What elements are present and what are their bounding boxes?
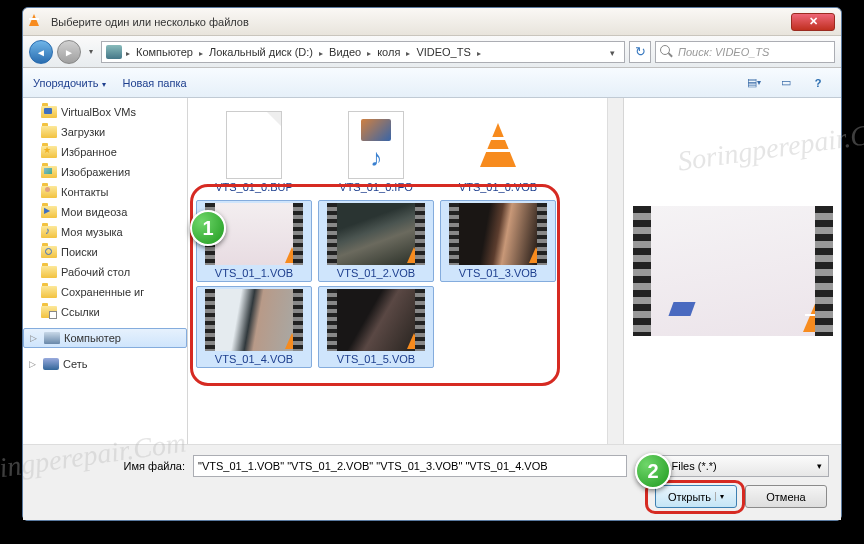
video-thumbnail bbox=[205, 289, 303, 351]
video-thumbnail bbox=[449, 203, 547, 265]
tree-item[interactable]: Контакты bbox=[23, 182, 187, 202]
video-thumbnail bbox=[327, 203, 425, 265]
view-options-button[interactable]: ▤▾ bbox=[741, 72, 767, 94]
preview-pane bbox=[623, 98, 841, 444]
breadcrumb[interactable]: коля bbox=[375, 46, 402, 58]
breadcrumb[interactable]: Видео bbox=[327, 46, 363, 58]
search-icon bbox=[660, 45, 674, 59]
folder-icon bbox=[41, 206, 57, 218]
tree-item[interactable]: Моя музыка bbox=[23, 222, 187, 242]
expand-icon[interactable]: ▷ bbox=[30, 333, 40, 343]
tree-item[interactable]: Избранное bbox=[23, 142, 187, 162]
chevron-icon bbox=[475, 46, 483, 58]
preview-thumbnail bbox=[633, 206, 833, 336]
file-item[interactable]: VTS_01_5.VOB bbox=[318, 286, 434, 368]
chevron-down-icon bbox=[715, 492, 724, 501]
organize-menu[interactable]: Упорядочить bbox=[33, 77, 106, 89]
new-folder-button[interactable]: Новая папка bbox=[122, 77, 186, 89]
tree-item[interactable]: Поиски bbox=[23, 242, 187, 262]
scrollbar[interactable] bbox=[607, 98, 623, 444]
refresh-button[interactable] bbox=[629, 41, 651, 63]
nav-tree[interactable]: VirtualBox VMs Загрузки Избранное Изобра… bbox=[23, 98, 188, 444]
file-label: VTS_01_2.VOB bbox=[321, 267, 431, 279]
file-item[interactable]: VTS_01_4.VOB bbox=[196, 286, 312, 368]
expand-icon[interactable]: ▷ bbox=[29, 359, 39, 369]
folder-icon bbox=[41, 266, 57, 278]
folder-icon bbox=[41, 226, 57, 238]
address-dropdown[interactable] bbox=[604, 46, 620, 58]
nav-bar: Компьютер Локальный диск (D:) Видео коля… bbox=[23, 36, 841, 68]
close-button[interactable]: ✕ bbox=[791, 13, 835, 31]
chevron-icon bbox=[124, 46, 132, 58]
arrow-left-icon bbox=[36, 46, 46, 58]
file-dialog-window: Выберите один или несколько файлов ✕ Ком… bbox=[22, 7, 842, 521]
filename-input[interactable]: "VTS_01_1.VOB" "VTS_01_2.VOB" "VTS_01_3.… bbox=[193, 455, 627, 477]
file-label: VTS_01_1.VOB bbox=[199, 267, 309, 279]
tree-item[interactable]: Рабочий стол bbox=[23, 262, 187, 282]
file-label: VTS_01_4.VOB bbox=[199, 353, 309, 365]
file-label: VTS_01_0.VOB bbox=[443, 181, 553, 193]
cancel-button[interactable]: Отмена bbox=[745, 485, 827, 508]
back-button[interactable] bbox=[29, 40, 53, 64]
window-title: Выберите один или несколько файлов bbox=[51, 16, 791, 28]
callout-badge-1: 1 bbox=[190, 210, 226, 246]
history-dropdown[interactable] bbox=[85, 43, 97, 61]
preview-toggle-button[interactable]: ▭ bbox=[773, 72, 799, 94]
breadcrumb[interactable]: Компьютер bbox=[134, 46, 195, 58]
content-area: VirtualBox VMs Загрузки Избранное Изобра… bbox=[23, 98, 841, 444]
dialog-footer: Имя файла: "VTS_01_1.VOB" "VTS_01_2.VOB"… bbox=[23, 444, 841, 520]
vlc-cone-icon bbox=[285, 247, 299, 263]
tree-item[interactable]: Изображения bbox=[23, 162, 187, 182]
tree-item-computer[interactable]: ▷Компьютер bbox=[23, 328, 187, 348]
vlc-cone-icon bbox=[407, 247, 421, 263]
file-item[interactable]: VTS_01_3.VOB bbox=[440, 200, 556, 282]
tree-item[interactable]: Загрузки bbox=[23, 122, 187, 142]
folder-icon bbox=[41, 166, 57, 178]
vlc-cone-icon bbox=[529, 247, 543, 263]
help-button[interactable]: ? bbox=[805, 72, 831, 94]
video-thumbnail bbox=[327, 289, 425, 351]
folder-icon bbox=[41, 106, 57, 118]
file-list[interactable]: VTS_01_0.BUP♪VTS_01_0.IFOVTS_01_0.VOBVTS… bbox=[188, 98, 623, 444]
address-bar[interactable]: Компьютер Локальный диск (D:) Видео коля… bbox=[101, 41, 625, 63]
file-label: VTS_01_5.VOB bbox=[321, 353, 431, 365]
callout-badge-2: 2 bbox=[635, 453, 671, 489]
chevron-icon bbox=[197, 46, 205, 58]
folder-icon bbox=[41, 306, 57, 318]
arrow-right-icon bbox=[64, 46, 74, 58]
vlc-cone-icon bbox=[285, 333, 299, 349]
file-type-filter[interactable]: l Files (*.*) bbox=[659, 455, 829, 477]
file-label: VTS_01_3.VOB bbox=[443, 267, 553, 279]
file-icon bbox=[226, 111, 282, 179]
vlc-cone-icon bbox=[407, 333, 421, 349]
folder-icon bbox=[41, 186, 57, 198]
breadcrumb[interactable]: VIDEO_TS bbox=[414, 46, 472, 58]
tree-item[interactable]: VirtualBox VMs bbox=[23, 102, 187, 122]
file-item[interactable]: VTS_01_0.BUP bbox=[196, 108, 312, 196]
breadcrumb[interactable]: Локальный диск (D:) bbox=[207, 46, 315, 58]
open-button[interactable]: Открыть bbox=[655, 485, 737, 508]
computer-icon bbox=[44, 332, 60, 344]
file-item[interactable]: VTS_01_0.VOB bbox=[440, 108, 556, 196]
folder-icon bbox=[41, 246, 57, 258]
titlebar: Выберите один или несколько файлов ✕ bbox=[23, 8, 841, 36]
search-input[interactable]: Поиск: VIDEO_TS bbox=[655, 41, 835, 63]
chevron-down-icon bbox=[102, 77, 106, 89]
file-label: VTS_01_0.IFO bbox=[321, 181, 431, 193]
folder-icon bbox=[41, 126, 57, 138]
tree-item[interactable]: Сохраненные иг bbox=[23, 282, 187, 302]
tree-item[interactable]: Ссылки bbox=[23, 302, 187, 322]
vlc-cone-icon bbox=[470, 111, 526, 179]
forward-button[interactable] bbox=[57, 40, 81, 64]
chevron-icon bbox=[365, 46, 373, 58]
file-item[interactable]: ♪VTS_01_0.IFO bbox=[318, 108, 434, 196]
file-icon: ♪ bbox=[348, 111, 404, 179]
chevron-icon bbox=[317, 46, 325, 58]
tree-item[interactable]: Мои видеоза bbox=[23, 202, 187, 222]
file-label: VTS_01_0.BUP bbox=[199, 181, 309, 193]
tree-item-network[interactable]: ▷Сеть bbox=[23, 354, 187, 374]
folder-icon bbox=[41, 146, 57, 158]
vlc-cone-icon bbox=[803, 304, 827, 332]
file-item[interactable]: VTS_01_2.VOB bbox=[318, 200, 434, 282]
search-placeholder: Поиск: VIDEO_TS bbox=[678, 46, 769, 58]
